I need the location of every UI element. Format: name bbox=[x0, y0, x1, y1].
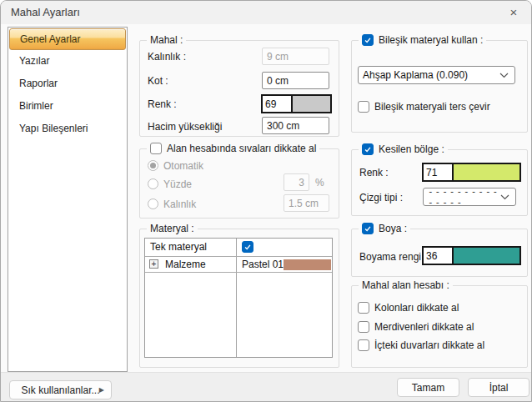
ok-button[interactable]: Tamam bbox=[397, 378, 459, 397]
renk-label: Renk : bbox=[148, 98, 177, 110]
group-bilesik-title: Bileşik materyal kullan : bbox=[359, 34, 486, 46]
merdivenler-label: Merdivenleri dikkate al bbox=[374, 321, 474, 333]
combo-bilesik-materyal[interactable]: Ahşap Kaplama (0.090) bbox=[358, 66, 515, 84]
group-mahal-title: Mahal : bbox=[147, 34, 186, 46]
group-hesap-title: Mahal alan hesabı : bbox=[359, 279, 453, 291]
category-list: Genel Ayarlar Yazılar Raporlar Birimler … bbox=[8, 27, 128, 372]
ters-cevir-row[interactable]: Bileşik materyali ters çevir bbox=[358, 101, 490, 113]
radio-yuzde bbox=[148, 178, 158, 189]
alan-kalinlik-label: Kalınlık bbox=[163, 198, 196, 210]
renk-swatch bbox=[291, 96, 330, 112]
ters-cevir-checkbox[interactable] bbox=[358, 101, 369, 113]
boyama-rengi-swatch bbox=[452, 248, 519, 264]
boyama-rengi-number: 36 bbox=[424, 248, 452, 264]
yuzde-field: 3 bbox=[284, 173, 309, 191]
kot-field[interactable]: 0 cm bbox=[262, 72, 329, 89]
kalinlik-label: Kalınlık : bbox=[148, 51, 186, 63]
radio-otomatik bbox=[148, 160, 158, 171]
combo-bilesik-value: Ahşap Kaplama (0.090) bbox=[363, 69, 468, 81]
tek-materyal-checkbox[interactable] bbox=[242, 241, 253, 253]
combo-line-type[interactable]: --------------- bbox=[423, 188, 516, 206]
mahal-ayarlari-dialog: Mahal Ayarları × Genel Ayarlar Yazılar R… bbox=[0, 0, 532, 402]
icteki-duvarlar-label: İçteki duvarları dikkate al bbox=[374, 339, 484, 351]
pastel-swatch[interactable] bbox=[284, 259, 331, 270]
icteki-duvarlar-row[interactable]: İçteki duvarları dikkate al bbox=[358, 339, 484, 351]
arrow-right-icon: ▶ bbox=[99, 386, 104, 394]
chevron-down-icon bbox=[500, 194, 509, 200]
favorites-button[interactable]: Sık kullanılanlar... ▶ bbox=[9, 380, 112, 399]
table-row-value[interactable]: Pastel 01 bbox=[242, 259, 284, 270]
group-alan-title: Alan hesabında sıvaları dikkate al bbox=[147, 143, 319, 154]
table-header-label: Tek materyal bbox=[150, 241, 207, 253]
color-button-boyama-rengi[interactable]: 36 bbox=[422, 246, 521, 265]
group-boya-title: Boya : bbox=[359, 223, 410, 234]
kesilen-checkbox[interactable] bbox=[362, 143, 374, 155]
sidebar-item-genel-ayarlar[interactable]: Genel Ayarlar bbox=[9, 28, 126, 50]
group-bilesik: Bileşik materyal kullan : bbox=[351, 40, 528, 133]
kesilen-renk-swatch bbox=[452, 164, 519, 180]
group-materyal-title: Materyal : bbox=[147, 223, 198, 234]
checkmark-icon bbox=[364, 145, 372, 153]
kesilen-renk-label: Renk : bbox=[359, 167, 389, 178]
merdivenler-row[interactable]: Merdivenleri dikkate al bbox=[358, 321, 474, 333]
boya-checkbox[interactable] bbox=[362, 223, 374, 234]
chevron-down-icon bbox=[499, 73, 509, 78]
hacim-label: Hacim yüksekliği bbox=[148, 121, 222, 133]
kot-label: Kot : bbox=[148, 75, 168, 87]
boyama-rengi-label: Boyama rengi : bbox=[359, 251, 427, 263]
footer-bar: Sık kullanılanlar... ▶ Tamam İptal bbox=[1, 372, 531, 401]
table-row-label[interactable]: Malzeme bbox=[165, 259, 206, 270]
color-button-renk[interactable]: 69 bbox=[261, 94, 332, 113]
ters-cevir-label: Bileşik materyali ters çevir bbox=[374, 101, 490, 113]
alan-kalinlik-field: 1.5 cm bbox=[284, 194, 329, 212]
kalinlik-field: 9 cm bbox=[262, 48, 329, 65]
kolonlar-label: Kolonları dikkate al bbox=[374, 302, 459, 314]
bilesik-checkbox[interactable] bbox=[362, 34, 374, 46]
renk-number: 69 bbox=[263, 96, 291, 112]
checkmark-icon bbox=[243, 243, 252, 251]
icteki-duvarlar-checkbox[interactable] bbox=[358, 339, 369, 351]
radio-kalinlik bbox=[148, 198, 158, 209]
expand-plus-icon[interactable]: + bbox=[149, 259, 158, 269]
sidebar-item-birimler[interactable]: Birimler bbox=[9, 96, 126, 118]
kolonlar-row[interactable]: Kolonları dikkate al bbox=[358, 302, 459, 314]
kolonlar-checkbox[interactable] bbox=[358, 302, 369, 314]
sidebar-item-yazilar[interactable]: Yazılar bbox=[9, 51, 126, 73]
otomatik-label: Otomatik bbox=[163, 160, 203, 172]
materyal-table: Tek materyal + Malzeme Pastel 01 bbox=[144, 238, 333, 358]
color-button-kesilen-renk[interactable]: 71 bbox=[422, 163, 521, 182]
alan-hesabi-checkbox[interactable] bbox=[150, 143, 162, 154]
line-type-value: --------------- bbox=[428, 186, 500, 208]
percent-label: % bbox=[315, 177, 324, 188]
group-kesilen-title: Kesilen bölge : bbox=[359, 143, 448, 155]
sidebar-item-yapi-bilesenleri[interactable]: Yapı Bileşenleri bbox=[9, 118, 126, 140]
yuzde-label: Yüzde bbox=[163, 178, 192, 190]
window-title: Mahal Ayarları bbox=[11, 6, 80, 18]
checkmark-icon bbox=[364, 224, 372, 233]
hacim-field[interactable]: 300 cm bbox=[262, 117, 329, 134]
cizgi-tipi-label: Çizgi tipi : bbox=[359, 192, 403, 204]
close-icon[interactable]: × bbox=[504, 3, 523, 22]
cancel-button[interactable]: İptal bbox=[468, 378, 529, 397]
checkmark-icon bbox=[364, 36, 372, 44]
merdivenler-checkbox[interactable] bbox=[358, 321, 369, 333]
title-bar: Mahal Ayarları × bbox=[1, 1, 531, 24]
kesilen-renk-number: 71 bbox=[424, 164, 452, 180]
sidebar-item-raporlar[interactable]: Raporlar bbox=[9, 73, 126, 95]
